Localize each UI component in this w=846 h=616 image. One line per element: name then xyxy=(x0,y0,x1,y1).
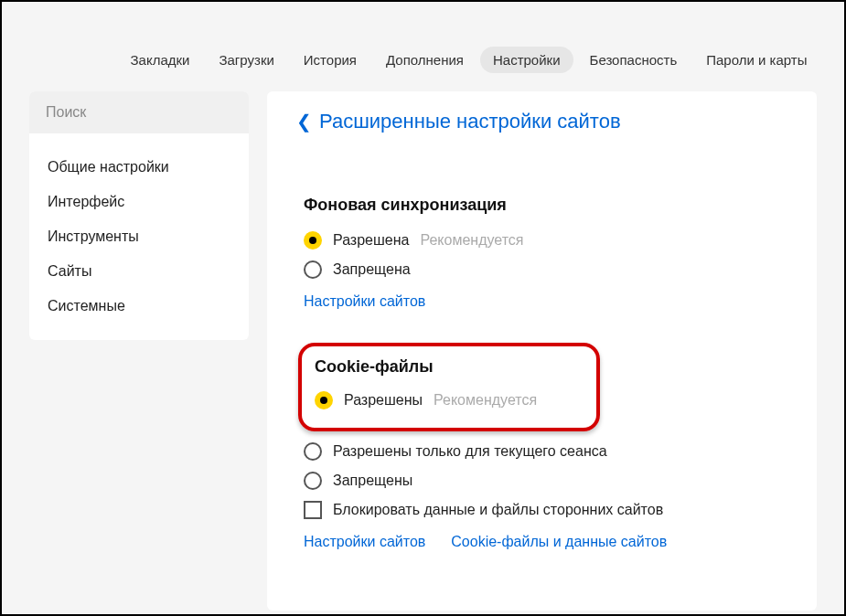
back-chevron-icon[interactable]: ❮ xyxy=(296,112,312,131)
sidebar-item-interface[interactable]: Интерфейс xyxy=(29,185,249,219)
option-label: Блокировать данные и файлы сторонних сай… xyxy=(333,502,663,518)
content: ❮ Расширенные настройки сайтов Фоновая с… xyxy=(267,91,817,611)
topnav-downloads[interactable]: Загрузки xyxy=(206,47,286,73)
bgsync-title: Фоновая синхронизация xyxy=(304,196,787,215)
sidebar-item-tools[interactable]: Инструменты xyxy=(29,219,249,254)
bgsync-denied-option[interactable]: Запрещена xyxy=(304,255,787,284)
sidebar: Общие настройки Интерфейс Инструменты Са… xyxy=(29,91,249,340)
option-label: Запрещены xyxy=(333,473,412,489)
cookies-data-link[interactable]: Cookie-файлы и данные сайтов xyxy=(451,534,667,550)
cookies-highlight: Cookie-файлы Разрешены Рекомендуется xyxy=(298,343,600,431)
topnav-settings[interactable]: Настройки xyxy=(480,47,573,73)
radio-icon xyxy=(315,391,333,409)
radio-icon xyxy=(304,231,322,250)
option-hint: Рекомендуется xyxy=(434,392,537,409)
bgsync-sites-link[interactable]: Настройки сайтов xyxy=(304,293,425,310)
cookies-denied-option[interactable]: Запрещены xyxy=(304,466,787,495)
cookies-title: Cookie-файлы xyxy=(315,357,584,377)
breadcrumb: ❮ Расширенные настройки сайтов xyxy=(296,110,787,133)
cookies-session-option[interactable]: Разрешены только для текущего сеанса xyxy=(304,437,787,466)
search-box xyxy=(29,91,249,133)
sidebar-item-sites[interactable]: Сайты xyxy=(29,254,249,289)
topnav: Закладки Загрузки История Дополнения Нас… xyxy=(2,2,844,91)
option-hint: Рекомендуется xyxy=(420,232,523,249)
topnav-passwords[interactable]: Пароли и карты xyxy=(693,47,819,73)
section-cookies: Cookie-файлы Разрешены Рекомендуется Раз… xyxy=(296,343,787,550)
cookies-allowed-option[interactable]: Разрешены Рекомендуется xyxy=(315,386,584,415)
section-bgsync: Фоновая синхронизация Разрешена Рекоменд… xyxy=(296,196,787,310)
radio-icon xyxy=(304,442,322,461)
topnav-addons[interactable]: Дополнения xyxy=(373,47,477,73)
radio-icon xyxy=(304,472,322,490)
sidebar-item-system[interactable]: Системные xyxy=(29,289,249,324)
topnav-history[interactable]: История xyxy=(291,47,369,73)
option-label: Запрещена xyxy=(333,261,411,278)
topnav-security[interactable]: Безопасность xyxy=(577,47,691,73)
cookies-sites-link[interactable]: Настройки сайтов xyxy=(304,534,425,550)
bgsync-allowed-option[interactable]: Разрешена Рекомендуется xyxy=(304,226,787,255)
search-input[interactable] xyxy=(46,104,232,121)
cookies-block-third-option[interactable]: Блокировать данные и файлы сторонних сай… xyxy=(304,495,787,525)
checkbox-icon xyxy=(304,501,322,519)
topnav-bookmarks[interactable]: Закладки xyxy=(118,47,203,73)
breadcrumb-title[interactable]: Расширенные настройки сайтов xyxy=(319,110,621,133)
sidebar-item-general[interactable]: Общие настройки xyxy=(29,150,249,185)
option-label: Разрешена xyxy=(333,232,409,249)
radio-icon xyxy=(304,260,322,279)
option-label: Разрешены xyxy=(344,392,423,409)
option-label: Разрешены только для текущего сеанса xyxy=(333,443,607,460)
